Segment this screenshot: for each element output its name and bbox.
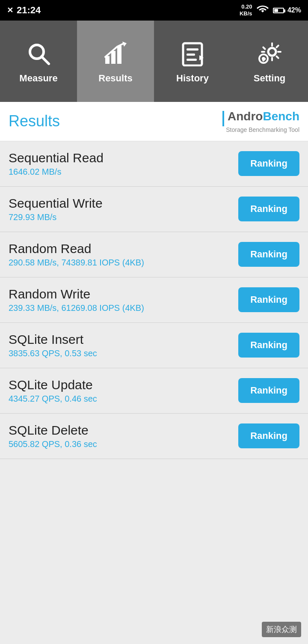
bench-row: Random Read 290.58 MB/s, 74389.81 IOPS (… (0, 232, 308, 277)
ranking-button-2[interactable]: Ranking (238, 242, 299, 267)
ranking-button-5[interactable]: Ranking (238, 378, 299, 403)
bench-row-info-3: Random Write 239.33 MB/s, 61269.08 IOPS … (9, 287, 144, 313)
ranking-button-0[interactable]: Ranking (238, 151, 299, 176)
battery-indicator: 42% (273, 6, 301, 14)
wifi-icon (257, 5, 269, 16)
watermark: 新浪众测 (262, 622, 301, 637)
bench-value-3: 239.33 MB/s, 61269.08 IOPS (4KB) (9, 303, 144, 313)
bench-name-5: SQLite Update (9, 378, 97, 392)
main-content: Results AndroBench Storage Benchmarking … (0, 102, 308, 644)
tab-results[interactable]: Results (77, 21, 154, 102)
measure-icon (24, 39, 53, 69)
bench-value-1: 729.93 MB/s (9, 212, 103, 222)
status-bar: ✕ 21:24 0.20 KB/s 42% (0, 0, 308, 21)
results-header: Results AndroBench Storage Benchmarking … (0, 102, 308, 141)
svg-line-1 (41, 57, 49, 64)
notification-icon: ✕ (7, 6, 13, 15)
setting-icon (255, 39, 284, 69)
bench-value-4: 3835.63 QPS, 0.53 sec (9, 349, 97, 358)
bench-name-1: Sequential Write (9, 196, 103, 211)
svg-rect-3 (111, 51, 116, 64)
bench-row: SQLite Update 4345.27 QPS, 0.46 sec Rank… (0, 368, 308, 414)
tab-results-label: Results (98, 73, 132, 84)
bench-row-info-2: Random Read 290.58 MB/s, 74389.81 IOPS (… (9, 242, 144, 268)
svg-rect-4 (117, 46, 121, 64)
svg-rect-7 (187, 48, 198, 51)
svg-rect-8 (187, 54, 195, 56)
results-icon (101, 39, 130, 69)
svg-rect-9 (187, 59, 197, 61)
bench-row-info-0: Sequential Read 1646.02 MB/s (9, 151, 104, 177)
bench-name-2: Random Read (9, 242, 144, 256)
bench-row: Sequential Read 1646.02 MB/s Ranking (0, 141, 308, 187)
tab-history-label: History (176, 73, 209, 84)
bench-value-2: 290.58 MB/s, 74389.81 IOPS (4KB) (9, 258, 144, 268)
status-left: ✕ 21:24 (7, 5, 41, 16)
tab-setting-label: Setting (254, 73, 286, 84)
svg-point-13 (262, 57, 265, 60)
svg-point-11 (268, 48, 276, 56)
history-icon (178, 39, 207, 69)
tab-measure-label: Measure (19, 73, 57, 84)
nav-tabs: Measure Results History (0, 21, 308, 102)
brand-logo: AndroBench Storage Benchmarking Tool (222, 110, 299, 133)
bench-row-info-4: SQLite Insert 3835.63 QPS, 0.53 sec (9, 332, 97, 358)
tab-setting[interactable]: Setting (231, 21, 308, 102)
bench-row-info-6: SQLite Delete 5605.82 QPS, 0.36 sec (9, 423, 97, 449)
bench-value-0: 1646.02 MB/s (9, 167, 104, 177)
bench-value-6: 5605.82 QPS, 0.36 sec (9, 439, 97, 449)
network-speed: 0.20 KB/s (240, 3, 252, 17)
ranking-button-6[interactable]: Ranking (238, 423, 299, 448)
logo-bench: Bench (263, 110, 299, 123)
tab-history[interactable]: History (154, 21, 231, 102)
logo-bar (222, 111, 224, 126)
status-right: 0.20 KB/s 42% (240, 3, 301, 17)
results-page-title: Results (9, 112, 60, 130)
bench-row: SQLite Insert 3835.63 QPS, 0.53 sec Rank… (0, 323, 308, 368)
bench-row-info-5: SQLite Update 4345.27 QPS, 0.46 sec (9, 378, 97, 404)
benchmark-list: Sequential Read 1646.02 MB/s Ranking Seq… (0, 141, 308, 459)
bench-name-3: Random Write (9, 287, 144, 301)
bench-row: SQLite Delete 5605.82 QPS, 0.36 sec Rank… (0, 414, 308, 459)
bench-name-6: SQLite Delete (9, 423, 97, 438)
ranking-button-3[interactable]: Ranking (238, 287, 299, 312)
bench-name-0: Sequential Read (9, 151, 104, 165)
ranking-button-4[interactable]: Ranking (238, 333, 299, 358)
bench-row: Sequential Write 729.93 MB/s Ranking (0, 187, 308, 232)
bench-row-info-1: Sequential Write 729.93 MB/s (9, 196, 103, 222)
bench-value-5: 4345.27 QPS, 0.46 sec (9, 394, 97, 404)
time-display: 21:24 (17, 5, 41, 16)
tab-measure[interactable]: Measure (0, 21, 77, 102)
bench-name-4: SQLite Insert (9, 332, 97, 347)
bench-row: Random Write 239.33 MB/s, 61269.08 IOPS … (0, 277, 308, 323)
logo-subtitle: Storage Benchmarking Tool (222, 126, 299, 133)
ranking-button-1[interactable]: Ranking (238, 197, 299, 221)
logo-andro: Andro (228, 110, 263, 123)
